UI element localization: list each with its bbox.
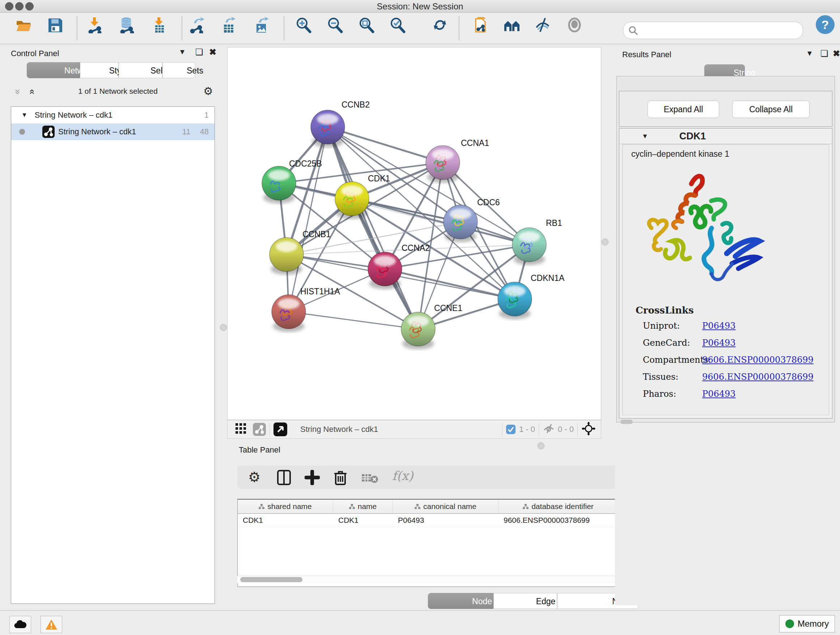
network-edge[interactable]: [352, 199, 529, 245]
first-neighbors-icon[interactable]: [504, 17, 520, 33]
refresh-view-icon[interactable]: [431, 17, 448, 33]
results-panel-menu-icon[interactable]: ▼: [806, 49, 813, 57]
tab-style[interactable]: Style: [80, 62, 118, 78]
close-panel-icon[interactable]: ✖: [209, 47, 216, 57]
collapse-all-button[interactable]: Collapse All: [732, 101, 810, 118]
collection-expand-icon[interactable]: ▼: [21, 111, 27, 119]
network-graph[interactable]: CCNB2CCNA1CDC25BCDK1CDC6RB1CCNB1CCNA2CDK…: [227, 48, 601, 420]
memory-status-dot: [785, 619, 794, 628]
show-hide-graphics-icon[interactable]: [534, 17, 551, 33]
column-header-name[interactable]: name: [333, 500, 393, 513]
column-header-database-identifier[interactable]: database identifier: [499, 500, 618, 513]
column-header-shared-name[interactable]: shared name: [238, 500, 333, 513]
navigator-icon[interactable]: [273, 423, 287, 436]
crosslink-link[interactable]: P06493: [702, 338, 736, 348]
network-node-CDK1[interactable]: CDK1: [335, 174, 390, 219]
table-cell[interactable]: 9606.ENSP00000378699: [499, 514, 618, 527]
results-panel-float-icon[interactable]: ❏: [821, 49, 829, 59]
expand-all-button[interactable]: Expand All: [647, 101, 719, 118]
network-collection-row[interactable]: ▼ String Network – cdk1 1: [11, 107, 215, 124]
zoom-out-icon[interactable]: [326, 17, 343, 33]
network-node-RB1[interactable]: RB1: [512, 218, 562, 265]
network-share-icon[interactable]: [253, 423, 266, 436]
fit-crosshair-icon[interactable]: [581, 421, 596, 437]
export-table-icon[interactable]: [220, 17, 237, 33]
toolbar-separator: [284, 16, 284, 40]
network-row-selected[interactable]: String Network – cdk1 11 48: [11, 124, 215, 140]
results-scrollbar-thumb[interactable]: [621, 420, 633, 424]
panel-menu-icon[interactable]: ▼: [179, 48, 186, 56]
tab-edge-table[interactable]: Edge Table: [493, 593, 557, 609]
export-network-icon[interactable]: [189, 17, 205, 33]
clone-network-icon[interactable]: [473, 17, 489, 33]
tab-select[interactable]: Select: [118, 62, 163, 78]
selected-checkbox-icon[interactable]: [506, 424, 515, 434]
crosslink-row: Uniprot:P06493: [643, 321, 824, 331]
table-settings-gear-icon[interactable]: ⚙: [248, 469, 261, 485]
import-table-file-icon[interactable]: [151, 17, 167, 33]
scrollbar-thumb[interactable]: [240, 577, 302, 582]
show-columns-icon[interactable]: [276, 470, 292, 486]
network-node-CDKN1A[interactable]: CDKN1A: [498, 273, 565, 319]
warning-status-button[interactable]: [41, 616, 62, 633]
export-image-icon[interactable]: [253, 17, 270, 33]
crosslink-link[interactable]: P06493: [702, 321, 736, 331]
level-of-detail-eye-icon[interactable]: [566, 17, 583, 33]
zoom-selected-icon[interactable]: [389, 17, 406, 33]
hidden-counts: 0 - 0: [558, 424, 574, 434]
network-edge[interactable]: [289, 127, 328, 312]
help-button[interactable]: ?: [816, 15, 835, 34]
float-panel-icon[interactable]: ❏: [195, 47, 203, 57]
tab-node-table[interactable]: Node Table: [428, 593, 493, 609]
gene-header-row[interactable]: ▼ CDK1: [619, 128, 832, 144]
control-panel: Control Panel ▼ ❏ ✖ Network Style Select…: [4, 47, 216, 605]
protein-structure-image: [637, 166, 767, 290]
current-network-dot-icon: [19, 129, 25, 135]
delete-column-trash-icon[interactable]: [333, 469, 348, 486]
gene-collapse-icon[interactable]: ▼: [642, 133, 648, 140]
network-tree: ▼ String Network – cdk1 1 String Network…: [11, 106, 215, 604]
delete-table-icon[interactable]: [362, 473, 378, 485]
network-node-HIST1H1A[interactable]: HIST1H1A: [272, 287, 340, 332]
tab-sets[interactable]: Sets: [163, 62, 195, 78]
results-panel-close-icon[interactable]: ✖: [833, 49, 840, 59]
hidden-eye-icon[interactable]: [543, 424, 555, 435]
network-options-gear-icon[interactable]: ⚙: [203, 85, 213, 97]
table-cell[interactable]: CDK1: [238, 514, 333, 527]
table-cell[interactable]: P06493: [393, 514, 499, 527]
crosslink-row: GeneCard:P06493: [643, 338, 824, 348]
network-edge[interactable]: [289, 312, 418, 329]
table-cell[interactable]: CDK1: [333, 514, 393, 527]
left-splitter-handle[interactable]: [220, 324, 227, 331]
import-network-file-icon[interactable]: [87, 17, 103, 33]
network-edge[interactable]: [385, 269, 515, 299]
collapse-all-networks-icon[interactable]: »: [12, 89, 24, 94]
network-node-CCNB2[interactable]: CCNB2: [311, 100, 370, 147]
network-edge-count: 48: [200, 127, 209, 136]
selected-counts: 1 - 0: [519, 424, 535, 434]
search-field[interactable]: [623, 22, 803, 39]
cloud-status-button[interactable]: [9, 616, 31, 633]
birdseye-grid-icon[interactable]: [235, 423, 246, 435]
open-session-icon[interactable]: [15, 17, 32, 33]
create-column-plus-icon[interactable]: [305, 470, 320, 486]
crosslink-link[interactable]: 9606.ENSP00000378699: [702, 355, 813, 365]
column-header-canonical-name[interactable]: canonical name: [393, 500, 499, 513]
zoom-in-icon[interactable]: [295, 17, 311, 33]
function-builder-icon[interactable]: f(x): [392, 469, 413, 483]
search-input[interactable]: [641, 24, 798, 36]
expand-all-networks-icon[interactable]: «: [27, 89, 38, 94]
crosslink-link[interactable]: P06493: [702, 389, 736, 399]
network-edge[interactable]: [328, 127, 443, 163]
memory-button[interactable]: Memory: [779, 615, 835, 632]
network-node-CCNA1[interactable]: CCNA1: [426, 138, 489, 183]
network-edge[interactable]: [328, 127, 418, 329]
import-network-database-icon[interactable]: [118, 17, 135, 33]
crosslink-link[interactable]: 9606.ENSP00000378699: [702, 372, 813, 382]
network-canvas[interactable]: CCNB2CCNA1CDC25BCDK1CDC6RB1CCNB1CCNA2CDK…: [227, 47, 601, 420]
tab-network[interactable]: Network: [27, 62, 80, 78]
zoom-fit-icon[interactable]: [358, 17, 374, 33]
results-panel-title: Results Panel: [622, 50, 671, 59]
save-session-icon[interactable]: [47, 17, 63, 33]
right-splitter-handle[interactable]: [602, 239, 608, 245]
